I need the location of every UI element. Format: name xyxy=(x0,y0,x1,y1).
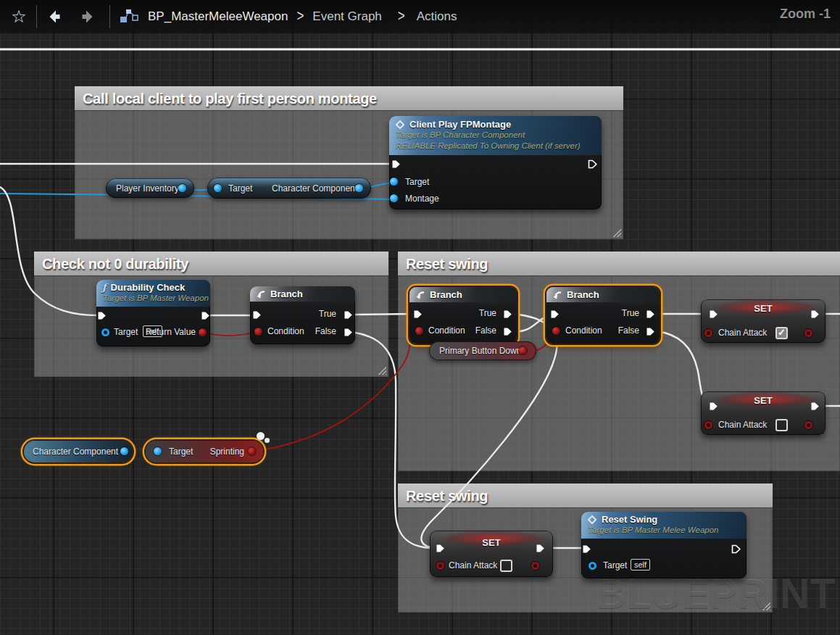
value-in-pin[interactable] xyxy=(704,329,712,337)
node-branch-primary-button[interactable]: Branch Condition True False xyxy=(546,287,660,344)
exec-in-pin[interactable] xyxy=(391,159,401,168)
exec-out-pin[interactable] xyxy=(536,543,545,552)
pin-label: Condition xyxy=(428,325,465,336)
target-pin[interactable] xyxy=(589,562,596,570)
event-icon xyxy=(395,120,405,130)
exec-out-pin[interactable] xyxy=(810,401,820,410)
node-set-chain-attack-reset[interactable]: SET Chain Attack xyxy=(430,531,553,577)
exec-in-pin[interactable] xyxy=(97,310,107,320)
checkbox-checked[interactable] xyxy=(775,327,788,339)
cursor-bubble xyxy=(257,432,265,440)
pin-label: Montage xyxy=(405,194,439,204)
pin-label: Target xyxy=(114,327,138,337)
exec-in-pin[interactable] xyxy=(550,309,560,318)
output-pin[interactable] xyxy=(519,346,527,354)
exec-in-pin[interactable] xyxy=(709,309,718,318)
false-exec-pin[interactable] xyxy=(503,326,512,336)
target-pin[interactable] xyxy=(390,178,398,186)
return-value-pin[interactable] xyxy=(199,328,207,336)
condition-pin[interactable] xyxy=(415,327,423,335)
pin-label: Target xyxy=(405,177,429,187)
function-icon: ƒ xyxy=(102,282,107,293)
back-arrow-icon xyxy=(46,8,63,25)
exec-in-pin[interactable] xyxy=(582,544,591,553)
node-reset-swing[interactable]: Reset Swing Target is BP Master Melee We… xyxy=(581,512,747,578)
false-exec-pin[interactable] xyxy=(646,326,655,336)
node-set-chain-attack-false[interactable]: SET Chain Attack xyxy=(701,391,826,435)
target-pin[interactable] xyxy=(214,184,222,192)
node-set-chain-attack-true[interactable]: SET Chain Attack xyxy=(701,299,826,343)
event-icon xyxy=(587,515,597,525)
output-pin[interactable] xyxy=(120,447,128,455)
star-icon: ☆ xyxy=(11,8,27,25)
forward-arrow-icon xyxy=(79,8,96,25)
node-title: Reset Swing xyxy=(602,514,657,525)
output-pin[interactable] xyxy=(178,184,186,192)
variable-label: Sprinting xyxy=(210,447,244,457)
exec-out-pin[interactable] xyxy=(588,159,597,168)
montage-pin[interactable] xyxy=(390,194,398,202)
blueprint-graph-canvas[interactable]: Call local client to play first person m… xyxy=(0,0,840,635)
value-in-pin[interactable] xyxy=(704,421,712,429)
blueprint-icon xyxy=(116,4,142,30)
breadcrumb-event-graph[interactable]: Event Graph xyxy=(312,9,381,24)
node-title: Branch xyxy=(567,289,599,300)
condition-pin[interactable] xyxy=(552,327,560,335)
toolbar-separator xyxy=(36,5,37,28)
true-exec-pin[interactable] xyxy=(646,309,655,318)
node-title: Durability Check xyxy=(111,282,186,293)
node-title: Client Play FPMontage xyxy=(409,119,511,130)
node-branch-sprinting[interactable]: Branch Condition True False xyxy=(409,287,517,344)
node-player-inventory[interactable]: Player Inventory xyxy=(106,178,194,198)
breadcrumb-actions[interactable]: Actions xyxy=(417,9,457,24)
node-get-character-component[interactable]: Target Character Component xyxy=(207,178,371,199)
node-branch-durability[interactable]: Branch Condition True False xyxy=(250,286,355,344)
node-durability-check[interactable]: ƒ Durability Check Target is BP Master W… xyxy=(96,280,210,346)
node-subtitle: RELIABLE Replicated To Owning Client (if… xyxy=(396,141,596,152)
condition-pin[interactable] xyxy=(254,328,262,336)
pin-label: Chain Attack xyxy=(449,560,497,570)
exec-in-pin[interactable] xyxy=(252,310,262,319)
node-title: SET xyxy=(430,537,553,548)
node-client-play-fpmontage[interactable]: Client Play FPMontage Target is BP Chara… xyxy=(389,116,602,209)
exec-in-pin[interactable] xyxy=(709,401,718,410)
exec-out-pin[interactable] xyxy=(810,309,820,318)
value-out-pin[interactable] xyxy=(531,562,539,570)
pin-label: Target xyxy=(169,447,193,457)
favorite-button[interactable]: ☆ xyxy=(7,4,30,30)
target-pin[interactable] xyxy=(154,447,162,455)
node-get-sprinting[interactable]: Target Sprinting xyxy=(146,441,263,462)
breadcrumb-blueprint-name[interactable]: BP_MasterMeleeWeapon xyxy=(148,9,288,24)
true-exec-pin[interactable] xyxy=(344,310,353,319)
branch-icon xyxy=(552,290,562,300)
target-pin[interactable] xyxy=(101,328,109,336)
node-primary-button-down[interactable]: Primary Button Down xyxy=(429,341,536,360)
value-out-pin[interactable] xyxy=(804,329,812,337)
node-title: Branch xyxy=(270,289,303,299)
value-in-pin[interactable] xyxy=(436,562,444,570)
exec-wire xyxy=(0,187,99,315)
exec-out-pin[interactable] xyxy=(731,544,741,553)
pin-label: True xyxy=(622,308,639,318)
false-exec-pin[interactable] xyxy=(344,327,353,336)
node-title: SET xyxy=(701,303,826,314)
node-subtitle: Target is BP Master Melee Weapon xyxy=(588,525,741,536)
checkbox-unchecked[interactable] xyxy=(500,560,512,572)
output-pin[interactable] xyxy=(248,447,256,455)
output-pin[interactable] xyxy=(355,184,363,192)
exec-wire xyxy=(350,314,414,315)
node-subtitle: Target is BP Character Component xyxy=(396,130,596,141)
exec-in-pin[interactable] xyxy=(436,543,445,552)
node-get-character-component-2[interactable]: Character Component xyxy=(24,441,133,462)
pin-label: Chain Attack xyxy=(718,328,767,338)
forward-button[interactable] xyxy=(76,4,99,30)
value-out-pin[interactable] xyxy=(804,421,812,429)
node-title: SET xyxy=(701,395,826,406)
exec-out-pin[interactable] xyxy=(201,310,210,320)
back-button[interactable] xyxy=(43,4,66,30)
variable-label: Player Inventory xyxy=(116,183,179,194)
checkbox-unchecked[interactable] xyxy=(775,419,788,431)
pin-label: Condition xyxy=(565,325,602,336)
true-exec-pin[interactable] xyxy=(503,309,512,318)
exec-in-pin[interactable] xyxy=(413,309,423,318)
